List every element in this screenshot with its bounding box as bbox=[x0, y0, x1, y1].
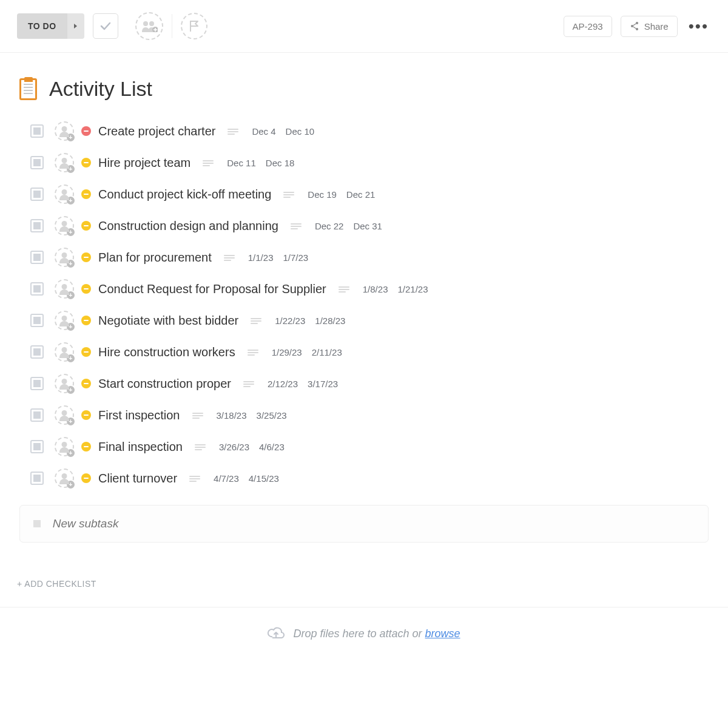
task-title[interactable]: Hire project team bbox=[98, 156, 190, 170]
task-start-date[interactable]: Dec 11 bbox=[227, 158, 256, 168]
page-title[interactable]: Activity List bbox=[49, 77, 152, 101]
description-icon[interactable] bbox=[339, 285, 349, 293]
task-end-date[interactable]: 1/21/23 bbox=[397, 284, 428, 294]
task-title[interactable]: Create project charter bbox=[98, 124, 215, 138]
share-button[interactable]: Share bbox=[621, 16, 678, 37]
task-id-chip[interactable]: AP-293 bbox=[564, 16, 612, 37]
task-title[interactable]: Hire construction workers bbox=[98, 345, 235, 359]
assignee-button[interactable]: + bbox=[55, 248, 74, 267]
task-end-date[interactable]: Dec 21 bbox=[346, 189, 376, 200]
priority-icon[interactable] bbox=[81, 442, 91, 452]
task-row[interactable]: + Final inspection 3/26/23 4/6/23 bbox=[30, 431, 709, 462]
priority-icon[interactable] bbox=[81, 473, 91, 483]
task-checkbox[interactable] bbox=[30, 314, 44, 327]
task-start-date[interactable]: 3/26/23 bbox=[219, 442, 249, 452]
task-start-date[interactable]: 1/1/23 bbox=[248, 252, 274, 263]
task-row[interactable]: + Client turnover 4/7/23 4/15/23 bbox=[30, 462, 709, 494]
task-row[interactable]: + Hire construction workers 1/29/23 2/11… bbox=[30, 336, 709, 368]
assignee-button[interactable]: + bbox=[55, 184, 74, 204]
assignee-button[interactable]: + bbox=[55, 121, 74, 141]
task-end-date[interactable]: 4/15/23 bbox=[249, 473, 279, 484]
description-icon[interactable] bbox=[291, 222, 302, 229]
priority-icon[interactable] bbox=[81, 252, 91, 262]
task-row[interactable]: + Construction design and planning Dec 2… bbox=[30, 210, 709, 242]
task-row[interactable]: + Create project charter Dec 4 Dec 10 bbox=[30, 115, 709, 147]
file-dropzone[interactable]: Drop files here to attach or browse bbox=[0, 607, 728, 660]
assignee-button[interactable]: + bbox=[55, 153, 74, 172]
priority-icon[interactable] bbox=[81, 347, 91, 357]
task-checkbox[interactable] bbox=[30, 282, 44, 296]
priority-icon[interactable] bbox=[81, 189, 91, 199]
task-checkbox[interactable] bbox=[30, 377, 44, 390]
task-title[interactable]: Conduct Request for Proposal for Supplie… bbox=[98, 282, 326, 296]
task-start-date[interactable]: Dec 19 bbox=[308, 189, 337, 200]
priority-icon[interactable] bbox=[81, 221, 91, 231]
task-end-date[interactable]: 1/28/23 bbox=[315, 316, 345, 326]
assignee-button[interactable]: + bbox=[55, 279, 74, 299]
task-title[interactable]: Client turnover bbox=[98, 472, 177, 485]
browse-link[interactable]: browse bbox=[425, 628, 460, 640]
description-icon[interactable] bbox=[251, 317, 261, 324]
task-start-date[interactable]: 1/8/23 bbox=[363, 284, 388, 294]
task-checkbox[interactable] bbox=[30, 124, 44, 138]
task-end-date[interactable]: Dec 10 bbox=[286, 126, 315, 137]
task-title[interactable]: First inspection bbox=[98, 408, 180, 422]
task-end-date[interactable]: 1/7/23 bbox=[283, 252, 308, 263]
more-menu-button[interactable]: ••• bbox=[686, 17, 711, 36]
task-checkbox[interactable] bbox=[30, 219, 44, 232]
task-end-date[interactable]: Dec 18 bbox=[266, 158, 295, 168]
task-checkbox[interactable] bbox=[30, 345, 44, 359]
task-title[interactable]: Conduct project kick-off meeting bbox=[98, 188, 271, 201]
task-start-date[interactable]: 4/7/23 bbox=[214, 473, 239, 484]
task-row[interactable]: + Hire project team Dec 11 Dec 18 bbox=[30, 147, 709, 178]
priority-icon[interactable] bbox=[81, 126, 91, 136]
task-start-date[interactable]: 1/22/23 bbox=[275, 316, 305, 326]
assignee-button[interactable]: + bbox=[55, 405, 74, 425]
task-end-date[interactable]: 3/25/23 bbox=[257, 410, 287, 421]
priority-icon[interactable] bbox=[81, 379, 91, 388]
task-start-date[interactable]: 1/29/23 bbox=[272, 347, 302, 357]
task-row[interactable]: + First inspection 3/18/23 3/25/23 bbox=[30, 399, 709, 431]
task-checkbox[interactable] bbox=[30, 156, 44, 169]
task-checkbox[interactable] bbox=[30, 408, 44, 422]
task-row[interactable]: + Start construction proper 2/12/23 3/17… bbox=[30, 368, 709, 399]
task-row[interactable]: + Conduct Request for Proposal for Suppl… bbox=[30, 273, 709, 305]
description-icon[interactable] bbox=[189, 475, 200, 482]
description-icon[interactable] bbox=[243, 380, 254, 387]
new-subtask-input[interactable] bbox=[52, 516, 695, 531]
status-dropdown[interactable]: TO DO bbox=[17, 13, 84, 39]
task-title[interactable]: Construction design and planning bbox=[98, 219, 278, 233]
add-checklist-button[interactable]: + ADD CHECKLIST bbox=[0, 543, 728, 607]
task-row[interactable]: + Plan for procurement 1/1/23 1/7/23 bbox=[30, 242, 709, 273]
task-checkbox[interactable] bbox=[30, 472, 44, 485]
task-end-date[interactable]: 4/6/23 bbox=[259, 442, 285, 452]
task-row[interactable]: + Negotiate with best bidder 1/22/23 1/2… bbox=[30, 305, 709, 336]
task-start-date[interactable]: Dec 22 bbox=[315, 221, 344, 231]
new-subtask-row[interactable] bbox=[19, 505, 709, 543]
description-icon[interactable] bbox=[192, 411, 203, 419]
task-end-date[interactable]: 2/11/23 bbox=[312, 347, 342, 357]
description-icon[interactable] bbox=[195, 443, 206, 450]
task-title[interactable]: Plan for procurement bbox=[98, 251, 212, 265]
task-row[interactable]: + Conduct project kick-off meeting Dec 1… bbox=[30, 178, 709, 210]
task-start-date[interactable]: 2/12/23 bbox=[268, 379, 298, 389]
task-title[interactable]: Negotiate with best bidder bbox=[98, 314, 238, 328]
assignee-button[interactable]: + bbox=[55, 311, 74, 330]
priority-icon[interactable] bbox=[81, 316, 91, 325]
priority-icon[interactable] bbox=[81, 158, 91, 167]
task-end-date[interactable]: 3/17/23 bbox=[308, 379, 338, 389]
assignee-button[interactable]: + bbox=[55, 342, 74, 362]
assignees-button[interactable] bbox=[135, 12, 163, 40]
task-checkbox[interactable] bbox=[30, 440, 44, 453]
task-checkbox[interactable] bbox=[30, 188, 44, 201]
assignee-button[interactable]: + bbox=[55, 437, 74, 456]
complete-button[interactable] bbox=[93, 13, 118, 39]
assignee-button[interactable]: + bbox=[55, 216, 74, 235]
task-title[interactable]: Final inspection bbox=[98, 440, 183, 454]
task-checkbox[interactable] bbox=[30, 251, 44, 264]
task-start-date[interactable]: Dec 4 bbox=[252, 126, 275, 137]
priority-button[interactable] bbox=[181, 13, 207, 39]
description-icon[interactable] bbox=[203, 159, 214, 166]
assignee-button[interactable]: + bbox=[55, 374, 74, 393]
description-icon[interactable] bbox=[224, 254, 235, 261]
